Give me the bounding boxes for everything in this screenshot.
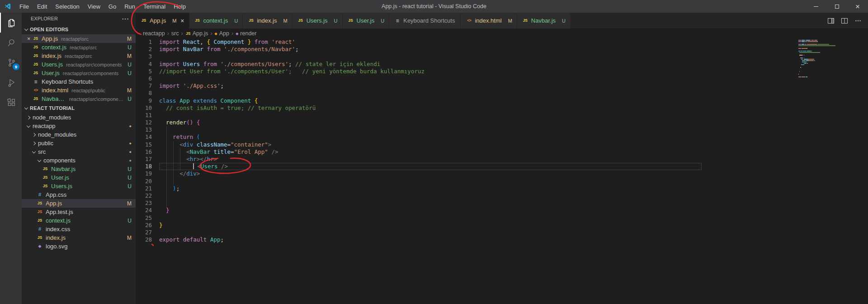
code-line-23[interactable] — [159, 200, 702, 207]
file-users-js[interactable]: JSUsers.jsU — [22, 182, 136, 190]
more-actions-icon[interactable] — [122, 15, 129, 22]
line-number-3[interactable]: 3 — [136, 53, 152, 60]
line-number-26[interactable]: 26 — [136, 222, 152, 229]
code-line-14[interactable]: return ( — [159, 133, 702, 141]
close-icon[interactable]: × — [180, 18, 184, 24]
code-line-12[interactable]: render() { — [159, 119, 702, 126]
tab-app-js[interactable]: JSApp.jsM× — [136, 13, 189, 28]
file-logo-svg[interactable]: ◆logo.svg — [22, 242, 136, 251]
code-line-2[interactable]: import NavBar from './components/Navbar'… — [159, 46, 702, 53]
line-number-20[interactable]: 20 — [136, 178, 152, 185]
menu-terminal[interactable]: Terminal — [139, 0, 170, 13]
line-number-7[interactable]: 7 — [136, 82, 152, 90]
tab-users-js[interactable]: JSUsers.jsU — [292, 13, 343, 28]
code-line-13[interactable] — [159, 126, 702, 133]
tab-keyboard-shortcuts[interactable]: ≡Keyboard Shortcuts — [389, 13, 461, 28]
tab-index-js[interactable]: JSindex.jsM — [243, 13, 292, 28]
file-app-test-js[interactable]: JSApp.test.js — [22, 208, 136, 216]
line-number-16[interactable]: 16 — [136, 148, 152, 156]
code-line-3[interactable] — [159, 53, 702, 60]
breadcrumb-reactapp[interactable]: reactapp — [143, 30, 165, 37]
open-editor-navbar-js[interactable]: JSNavbar.jsreactapp\src\componentsU — [22, 95, 136, 103]
file-app-js[interactable]: JSApp.jsM — [22, 199, 136, 208]
line-number-5[interactable]: 5 — [136, 68, 152, 75]
folder-reactapp[interactable]: reactapp● — [22, 122, 136, 130]
tab-user-js[interactable]: JSUser.jsU — [343, 13, 390, 28]
folder-src[interactable]: src● — [22, 147, 136, 156]
menu-selection[interactable]: Selection — [51, 0, 83, 13]
code-line-8[interactable] — [159, 90, 702, 97]
file-navbar-js[interactable]: JSNavbar.jsU — [22, 165, 136, 173]
code-line-5[interactable]: //import User from './components/User'; … — [159, 68, 702, 75]
close-button[interactable] — [847, 0, 868, 13]
code-line-27[interactable] — [159, 229, 702, 236]
line-number-12[interactable]: 12 — [136, 119, 152, 126]
code-line-24[interactable]: } — [159, 207, 702, 214]
code-line-10[interactable]: // const isAuth = true; // ternary opera… — [159, 104, 702, 112]
menu-edit[interactable]: Edit — [33, 0, 51, 13]
code-line-20[interactable] — [159, 178, 702, 185]
open-editor-index-js[interactable]: JSindex.jsreactapp\srcM — [22, 52, 136, 60]
line-number-17[interactable]: 17 — [136, 156, 152, 163]
folder-node-modules[interactable]: node_modules — [22, 130, 136, 139]
activity-explorer-icon[interactable] — [0, 13, 22, 33]
open-editor-index-html[interactable]: <>index.htmlreactapp\publicM — [22, 86, 136, 95]
open-editor-app-js[interactable]: ×JSApp.jsreactapp\srcM — [22, 34, 136, 43]
line-number-24[interactable]: 24 — [136, 207, 152, 214]
line-number-18[interactable]: 18 — [136, 163, 152, 170]
folder-components[interactable]: components● — [22, 156, 136, 165]
tab-index-html[interactable]: <>index.htmlM — [461, 13, 517, 28]
menu-run[interactable]: Run — [120, 0, 139, 13]
file-index-css[interactable]: #index.css — [22, 225, 136, 233]
minimap[interactable] — [798, 40, 840, 78]
open-editor-users-js[interactable]: JSUsers.jsreactapp\src\componentsU — [22, 60, 136, 69]
line-number-13[interactable]: 13 — [136, 126, 152, 133]
breadcrumb-render[interactable]: ◆render — [236, 30, 256, 37]
activity-extensions-icon[interactable] — [0, 92, 22, 112]
line-number-22[interactable]: 22 — [136, 192, 152, 200]
activity-search-icon[interactable] — [0, 33, 22, 52]
breadcrumb-app-js[interactable]: JSApp.js — [185, 30, 208, 37]
open-editor-user-js[interactable]: JSUser.jsreactapp\src\componentsU — [22, 69, 136, 77]
more-actions-icon[interactable] — [854, 17, 862, 24]
file-context-js[interactable]: JScontext.jsU — [22, 216, 136, 225]
code-line-11[interactable] — [159, 112, 702, 119]
line-number-9[interactable]: 9 — [136, 97, 152, 104]
menu-view[interactable]: View — [84, 0, 104, 13]
code-line-28[interactable]: export default App; — [159, 236, 702, 243]
file-app-css[interactable]: #App.css — [22, 190, 136, 199]
code-line-17[interactable]: <hr></hr> — [159, 156, 702, 163]
project-root-header[interactable]: REACT TUTORIAL — [22, 103, 136, 113]
toggle-layout-icon[interactable] — [827, 17, 835, 24]
code-line-16[interactable]: <NavBar title="Erol App" /> — [159, 148, 702, 156]
close-icon[interactable]: × — [25, 35, 32, 42]
menu-go[interactable]: Go — [104, 0, 120, 13]
code-line-19[interactable]: </div> — [159, 170, 702, 177]
open-editor-context-js[interactable]: JScontext.jsreactapp\srcU — [22, 43, 136, 52]
activity-source-control-icon[interactable]: 9 — [0, 52, 22, 72]
line-number-2[interactable]: 2 — [136, 46, 152, 53]
code-line-15[interactable]: <div className="container"> — [159, 141, 702, 148]
minimize-button[interactable] — [806, 0, 826, 13]
file-user-js[interactable]: JSUser.jsU — [22, 173, 136, 182]
line-number-21[interactable]: 21 — [136, 185, 152, 192]
code-line-26[interactable]: } — [159, 222, 702, 229]
open-editors-header[interactable]: OPEN EDITORS — [22, 24, 136, 34]
line-number-27[interactable]: 27 — [136, 229, 152, 236]
code-line-6[interactable] — [159, 75, 702, 82]
open-editor-keyboard-shortcuts[interactable]: ≡Keyboard Shortcuts — [22, 77, 136, 86]
activity-run-and-debug-icon[interactable] — [0, 72, 22, 92]
folder-public[interactable]: public● — [22, 139, 136, 147]
line-number-28[interactable]: 28 — [136, 236, 152, 243]
code-line-1[interactable]: import React, { Component } from 'react' — [159, 38, 702, 46]
line-number-11[interactable]: 11 — [136, 112, 152, 119]
tab-context-js[interactable]: JScontext.jsU — [189, 13, 243, 28]
line-number-23[interactable]: 23 — [136, 200, 152, 207]
code-line-25[interactable] — [159, 214, 702, 222]
code-line-21[interactable]: ); — [159, 185, 702, 192]
menu-file[interactable]: File — [15, 0, 33, 13]
folder-node-modules[interactable]: node_modules — [22, 113, 136, 122]
breadcrumb-app[interactable]: ◆App — [215, 30, 229, 37]
line-number-4[interactable]: 4 — [136, 61, 152, 68]
line-number-19[interactable]: 19 — [136, 170, 152, 177]
